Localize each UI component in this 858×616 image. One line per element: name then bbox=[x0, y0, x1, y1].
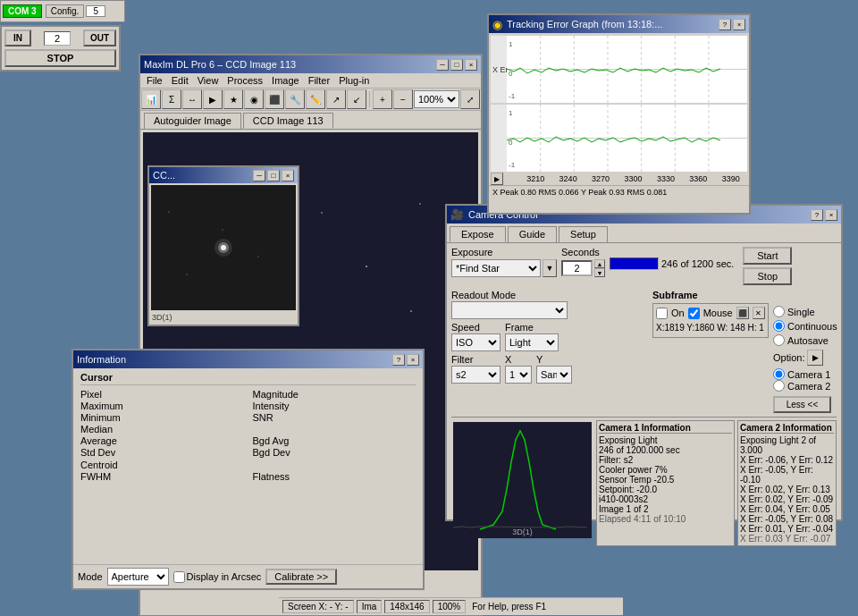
seconds-up-btn[interactable]: ▲ bbox=[594, 259, 605, 268]
info-help-button[interactable]: ? bbox=[392, 354, 405, 366]
tracking-close[interactable]: × bbox=[733, 19, 745, 30]
tab-ccd-image[interactable]: CCD Image 113 bbox=[243, 113, 333, 129]
zoom-select[interactable]: 100% 50% 200% bbox=[414, 90, 459, 108]
seconds-input[interactable] bbox=[561, 260, 593, 276]
stop-button[interactable]: Stop bbox=[743, 267, 792, 285]
toolbar-btn-4[interactable]: ▶ bbox=[203, 89, 223, 109]
toolbar-btn-3[interactable]: ↔ bbox=[182, 89, 202, 109]
subframe-mouse-checkbox[interactable] bbox=[688, 308, 700, 319]
radio-single-label[interactable]: Single bbox=[773, 306, 858, 317]
menu-plugin[interactable]: Plug-in bbox=[334, 74, 374, 87]
radio-single[interactable] bbox=[773, 306, 785, 317]
toolbar-zoom-out[interactable]: − bbox=[393, 89, 413, 109]
number-input[interactable] bbox=[86, 5, 105, 17]
cam1-item-3: Cooler power 7% bbox=[599, 465, 732, 475]
display-arcsec-checkbox[interactable] bbox=[173, 571, 185, 583]
seconds-spinners: ▲ ▼ bbox=[594, 259, 605, 277]
ccd-maximize[interactable]: □ bbox=[267, 170, 280, 181]
start-button[interactable]: Start bbox=[743, 247, 792, 265]
menu-process[interactable]: Process bbox=[223, 74, 267, 87]
info-median-val bbox=[253, 424, 416, 435]
seconds-down-btn[interactable]: ▼ bbox=[594, 268, 605, 277]
tab-guide[interactable]: Guide bbox=[508, 226, 557, 242]
less-button[interactable]: Less << bbox=[773, 396, 831, 413]
readout-mode-group: Readout Mode bbox=[451, 290, 648, 319]
ccd-sub-buttons: ─ □ × bbox=[253, 170, 294, 181]
expose-top-row: Exposure *Find Star Light Dark Bias Flat… bbox=[451, 247, 837, 285]
in-button[interactable]: IN bbox=[4, 30, 31, 46]
option-btn[interactable]: ▶ bbox=[807, 350, 823, 366]
radio-autosave[interactable] bbox=[773, 334, 785, 346]
cam1-item-5: Setpoint: -20.0 bbox=[599, 485, 732, 494]
subframe-mouse-label: Mouse bbox=[703, 308, 733, 318]
y-select[interactable]: Same bbox=[536, 366, 572, 384]
radio-continuous-label[interactable]: Continuous bbox=[773, 320, 858, 332]
toolbar-btn-5[interactable]: ★ bbox=[223, 89, 243, 109]
toolbar-btn-1[interactable]: 📊 bbox=[141, 89, 161, 109]
info-close-button[interactable]: × bbox=[407, 354, 419, 366]
cam1-info-title: Camera 1 Information bbox=[599, 423, 732, 434]
out-button[interactable]: OUT bbox=[83, 30, 116, 46]
toolbar-btn-10[interactable]: ↗ bbox=[326, 89, 346, 109]
subframe-section: Subframe On Mouse ⬛ ✕ X:1819 Y:1860 W: 1… bbox=[652, 290, 769, 338]
tab-setup[interactable]: Setup bbox=[559, 226, 608, 242]
subframe-btn1[interactable]: ⬛ bbox=[736, 307, 749, 319]
exposure-type-select[interactable]: *Find Star Light Dark Bias Flat bbox=[451, 259, 541, 277]
io-number-input[interactable] bbox=[44, 31, 71, 46]
menu-image[interactable]: Image bbox=[267, 74, 304, 87]
toolbar-btn-9[interactable]: ✏️ bbox=[306, 89, 325, 109]
readout-mode-select[interactable] bbox=[451, 301, 568, 319]
calibrate-button[interactable]: Calibrate >> bbox=[265, 569, 337, 585]
com-button[interactable]: COM 3 bbox=[3, 4, 42, 18]
radio-continuous[interactable] bbox=[773, 320, 785, 332]
toolbar-btn-11[interactable]: ↙ bbox=[347, 89, 366, 109]
camera1-radio[interactable] bbox=[773, 368, 785, 380]
menu-filter[interactable]: Filter bbox=[304, 74, 334, 87]
readout-mode-label: Readout Mode bbox=[451, 290, 648, 300]
tracking-help[interactable]: ? bbox=[719, 19, 731, 30]
maximize-button[interactable]: □ bbox=[450, 59, 463, 71]
y-error-graph: 1 0 -1 bbox=[507, 105, 747, 172]
toolbar-fit[interactable]: ⤢ bbox=[460, 89, 480, 109]
display-in-arcsec-label[interactable]: Display in Arcsec bbox=[173, 571, 262, 583]
toolbar-btn-7[interactable]: ⬛ bbox=[265, 89, 284, 109]
tab-autoguider[interactable]: Autoguider Image bbox=[144, 113, 241, 129]
toolbar-btn-6[interactable]: ◉ bbox=[244, 89, 264, 109]
toolbar-btn-8[interactable]: 🔧 bbox=[285, 89, 305, 109]
cc-close-button[interactable]: × bbox=[825, 209, 837, 221]
toolbar-zoom-in[interactable]: + bbox=[373, 89, 392, 109]
menu-view[interactable]: View bbox=[193, 74, 223, 87]
radio-autosave-label[interactable]: Autosave bbox=[773, 334, 858, 346]
x-error-panel: X Error (/) 1 0 -1 bbox=[491, 36, 747, 103]
cc-help-button[interactable]: ? bbox=[811, 209, 823, 221]
camera2-radio[interactable] bbox=[773, 380, 785, 392]
subframe-btn2[interactable]: ✕ bbox=[753, 307, 765, 319]
minimize-button[interactable]: ─ bbox=[436, 59, 449, 71]
close-button[interactable]: × bbox=[465, 59, 477, 71]
cam1-item-8: Elapsed 4:11 of 10:10 bbox=[599, 514, 732, 524]
tab-expose[interactable]: Expose bbox=[450, 226, 506, 242]
camera1-radio-label[interactable]: Camera 1 bbox=[773, 368, 858, 380]
x-label-5: 3330 bbox=[657, 174, 675, 183]
mode-select[interactable]: Aperture Gaussian bbox=[107, 568, 169, 586]
ccd-minimize[interactable]: ─ bbox=[253, 170, 265, 181]
stop-button[interactable]: STOP bbox=[4, 49, 116, 67]
ccd-close[interactable]: × bbox=[282, 170, 294, 181]
graph-play-button[interactable]: ▶ bbox=[491, 173, 503, 185]
exposure-dropdown-btn[interactable]: ▼ bbox=[543, 259, 557, 277]
svg-point-7 bbox=[419, 203, 421, 205]
menu-edit[interactable]: Edit bbox=[167, 74, 193, 87]
frame-select[interactable]: Light Dark Bias Flat bbox=[505, 333, 559, 351]
filter-select[interactable]: s2 Ha OIII bbox=[451, 366, 500, 384]
size-status: 148x146 bbox=[384, 600, 429, 613]
menu-file[interactable]: File bbox=[142, 74, 167, 87]
camera2-radio-label[interactable]: Camera 2 bbox=[773, 380, 858, 392]
toolbar-btn-2[interactable]: Σ bbox=[162, 89, 181, 109]
y-field-label: Y bbox=[536, 354, 572, 365]
subframe-on-checkbox[interactable] bbox=[656, 308, 668, 319]
ccd-3d-label: 3D(1) bbox=[149, 312, 298, 323]
config-button[interactable]: Config. bbox=[46, 4, 85, 18]
x-select[interactable]: 1 bbox=[505, 366, 532, 384]
speed-select[interactable]: ISO bbox=[451, 333, 500, 351]
tabs-bar: Autoguider Image CCD Image 113 bbox=[140, 111, 481, 130]
